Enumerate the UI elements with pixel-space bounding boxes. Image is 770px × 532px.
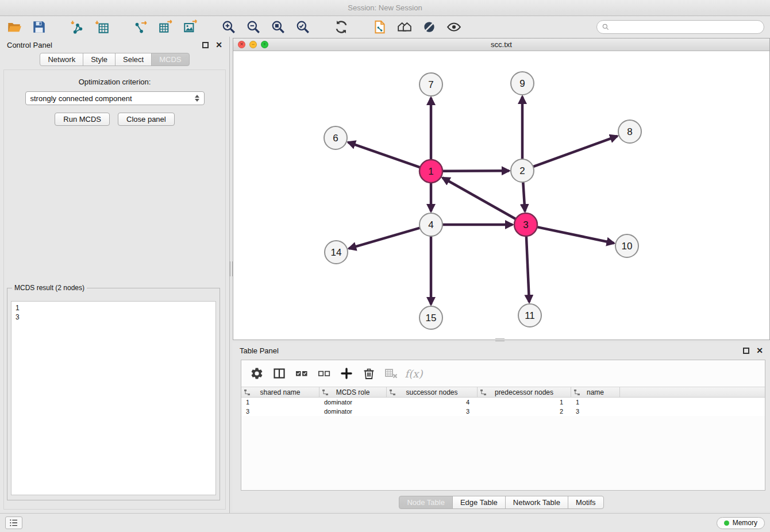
edge-2-3[interactable]: [523, 182, 525, 211]
search-input[interactable]: [613, 23, 759, 32]
task-history-button[interactable]: [5, 516, 22, 529]
table-row[interactable]: 1dominator411: [241, 398, 765, 407]
table-body: 1dominator4113dominator323: [241, 398, 765, 416]
table-cell: dominator: [319, 398, 387, 407]
import-network-icon: [70, 20, 85, 34]
tab-motifs[interactable]: Motifs: [568, 496, 604, 509]
save-session-button[interactable]: [30, 18, 48, 36]
close-window-button[interactable]: ✕: [238, 41, 245, 48]
vertical-splitter-handle[interactable]: [230, 261, 233, 276]
network-snapshot-button[interactable]: [371, 18, 388, 36]
edge-3-1[interactable]: [442, 178, 516, 219]
function-builder-button: f(x): [406, 366, 421, 381]
table-panel: Table Panel ✕ f(x) shared nameMCDS roles…: [233, 342, 770, 511]
fx-icon: f(x): [405, 368, 423, 380]
zoom-out-icon: [246, 20, 261, 34]
table-panel-header: Table Panel ✕: [233, 342, 770, 358]
tab-select[interactable]: Select: [115, 53, 152, 66]
close-table-panel-icon[interactable]: ✕: [756, 346, 763, 354]
add-column-button[interactable]: [339, 366, 354, 381]
zoom-selected-button[interactable]: [294, 18, 311, 36]
delete-column-button[interactable]: [361, 366, 376, 381]
table-panel-title: Table Panel: [240, 346, 279, 355]
list-icon: [9, 518, 18, 527]
graph-node-label-11: 11: [525, 310, 535, 321]
minimize-window-button[interactable]: −: [249, 41, 257, 48]
graph-node-label-15: 15: [426, 313, 437, 323]
column-header-name[interactable]: name: [571, 387, 620, 397]
export-network-icon: [133, 20, 148, 34]
zoom-in-button[interactable]: [220, 18, 237, 36]
tab-network[interactable]: Network: [40, 53, 83, 66]
table-cell: 1: [571, 398, 620, 407]
import-table-icon: [95, 20, 110, 34]
export-image-button[interactable]: [182, 18, 199, 36]
graph-node-label-2: 2: [519, 165, 525, 176]
horizontal-splitter-handle[interactable]: [495, 338, 505, 341]
show-graphics-button[interactable]: [445, 18, 463, 36]
refresh-icon: [334, 20, 349, 34]
graph-node-label-9: 9: [519, 78, 525, 89]
memory-label: Memory: [733, 519, 757, 527]
edge-3-11[interactable]: [526, 236, 529, 302]
save-icon: [32, 20, 47, 34]
table-cell: 1: [241, 398, 319, 407]
hide-details-button[interactable]: [421, 18, 438, 36]
columns-icon: [272, 367, 286, 380]
sort-icon: [322, 389, 329, 396]
float-panel-icon[interactable]: [202, 42, 209, 48]
tab-style[interactable]: Style: [83, 53, 116, 66]
table-row[interactable]: 3dominator323: [241, 407, 765, 416]
first-neighbors-button[interactable]: [396, 18, 413, 36]
column-header-successor-nodes[interactable]: successor nodes: [387, 387, 478, 397]
export-image-icon: [183, 20, 198, 34]
network-canvas[interactable]: 7968124314101511: [233, 51, 769, 340]
graph-node-label-7: 7: [428, 79, 433, 90]
table-settings-button[interactable]: [249, 366, 264, 381]
sort-icon: [244, 389, 251, 396]
sort-icon: [480, 389, 487, 396]
edge-3-10[interactable]: [537, 227, 614, 243]
graph-node-label-3: 3: [523, 219, 528, 230]
memory-button[interactable]: Memory: [717, 517, 765, 529]
import-network-button[interactable]: [69, 18, 86, 36]
open-session-button[interactable]: [6, 18, 23, 36]
deselect-all-rows-button[interactable]: [317, 366, 332, 381]
zoom-fit-icon: [271, 20, 286, 34]
import-table-button[interactable]: [94, 18, 111, 36]
tab-node-table[interactable]: Node Table: [399, 496, 453, 509]
export-network-button[interactable]: [132, 18, 149, 36]
zoom-window-button[interactable]: +: [261, 41, 268, 48]
memory-status-dot: [724, 521, 729, 526]
edge-1-2[interactable]: [442, 171, 509, 171]
column-header-predecessor-nodes[interactable]: predecessor nodes: [478, 387, 571, 397]
select-all-rows-button[interactable]: [294, 366, 309, 381]
mcds-result-legend: MCDS result (2 nodes): [12, 284, 87, 292]
zoom-out-button[interactable]: [245, 18, 262, 36]
network-window-titlebar[interactable]: ✕−+ scc.txt: [233, 38, 769, 51]
tab-edge-table[interactable]: Edge Table: [452, 496, 506, 509]
edge-4-14[interactable]: [349, 228, 420, 249]
column-header-mcds-role[interactable]: MCDS role: [319, 387, 387, 397]
column-header-shared-name[interactable]: shared name: [241, 387, 319, 397]
eye-icon: [446, 20, 461, 34]
search-box[interactable]: [596, 20, 764, 34]
mcds-result-list[interactable]: 13: [11, 301, 216, 495]
tab-network-table[interactable]: Network Table: [505, 496, 568, 509]
export-table-button[interactable]: [157, 18, 174, 36]
float-table-panel-icon[interactable]: [743, 348, 749, 354]
close-panel-icon[interactable]: ✕: [215, 41, 222, 49]
control-panel: Control Panel ✕ NetworkStyleSelectMCDS O…: [0, 37, 230, 513]
toggle-columns-button[interactable]: [272, 366, 287, 381]
zoom-fit-button[interactable]: [270, 18, 287, 36]
network-view-window: ✕−+ scc.txt 7968124314101511: [233, 38, 770, 340]
edge-2-8[interactable]: [533, 136, 618, 167]
refresh-layout-button[interactable]: [333, 18, 350, 36]
table-cell: 3: [571, 407, 620, 416]
edge-1-6[interactable]: [348, 142, 420, 168]
status-bar: Memory: [0, 513, 770, 532]
network-window-title: scc.txt: [491, 40, 512, 49]
page-network-icon: [372, 20, 387, 34]
column-header-label: shared name: [260, 388, 300, 396]
tab-mcds[interactable]: MCDS: [151, 53, 189, 66]
